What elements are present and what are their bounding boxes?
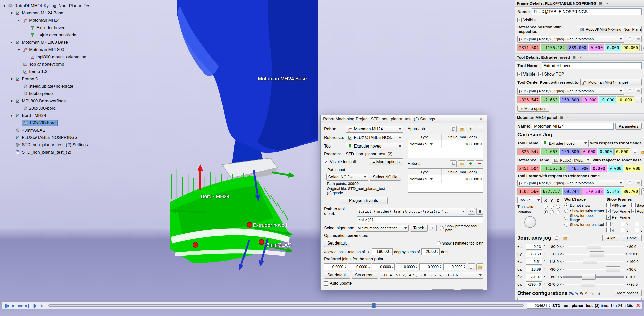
tree-item[interactable]: +3mmGLAS (2, 127, 94, 134)
pose-value-p[interactable]: 0.000 (598, 148, 613, 155)
tree-item[interactable]: 200x300-bord (2, 105, 94, 112)
preferred-joint-spinbox[interactable]: 0.0000▲▼ (372, 263, 395, 270)
algorithm-dropdown[interactable]: Minimum tool orientation change (356, 225, 409, 232)
tool-name-input[interactable] (542, 62, 642, 69)
workspace-radio[interactable]: Show for current tool (564, 222, 604, 227)
show-frame-checkbox[interactable]: Tool Frame (606, 209, 630, 214)
folder-joints-icon[interactable] (562, 235, 569, 241)
float-panel-icon[interactable]: ▣ (598, 1, 603, 5)
copy-pose-icon[interactable] (626, 36, 633, 42)
joint-value-input[interactable]: -0.23 (526, 244, 542, 250)
preferred-joint-spinbox[interactable]: 0.0000▲▼ (443, 263, 466, 270)
frame-number-checkbox[interactable]: 1 (606, 221, 621, 227)
translation-z-radio[interactable] (556, 205, 560, 209)
tree-item[interactable]: 150x300-bord (2, 119, 94, 127)
pose-value-w[interactable]: 0.000 (581, 96, 598, 103)
tool-more-options-button[interactable]: + More options (517, 105, 549, 112)
select-nc-file-button[interactable]: Select NC file (370, 174, 401, 181)
menu-pose-icon[interactable] (635, 36, 642, 42)
pose-value-y[interactable]: -1156.182 (541, 165, 567, 172)
tree-item[interactable]: steelaluplate+holeplate (2, 83, 94, 90)
paste-retract-icon[interactable] (458, 160, 465, 167)
list-icon[interactable] (476, 208, 483, 215)
close-panel-icon[interactable]: × (579, 55, 583, 59)
tool-visible-checkbox[interactable] (517, 72, 522, 76)
pose-value-w[interactable]: 0.000 (591, 165, 607, 172)
tree-item[interactable]: Extruder hoved (2, 24, 94, 31)
nc-file-dropdown[interactable]: Select NC file (326, 174, 368, 181)
frame-number-checkbox[interactable]: 6 (635, 228, 644, 233)
pose-value-r[interactable]: 90.000 (624, 165, 642, 172)
tree-item[interactable]: ▼MPL800-Bordoverflade (2, 97, 94, 105)
parameters-button[interactable]: Parameters (615, 123, 642, 130)
pose-value-y[interactable]: -2.663 (541, 148, 559, 155)
path-offset-dropdown[interactable]: Script (mm,deg) transl(x,y,z)*rotz(rz)*.… (357, 208, 466, 215)
dialog-close-icon[interactable]: × (478, 116, 484, 122)
joint-slider[interactable] (563, 244, 624, 249)
play-icon[interactable]: ▶ (10, 303, 17, 309)
pose-value-z[interactable]: 159.800 (560, 148, 581, 155)
set-default-joints-button[interactable]: Set default (324, 272, 350, 279)
tree-item[interactable]: STD_non_planar_test_(2) (2, 149, 94, 156)
auto-update-checkbox[interactable] (324, 281, 328, 286)
copy-joints-icon[interactable] (468, 263, 475, 270)
pose-value-y[interactable]: -2.663 (541, 96, 559, 103)
tree-item[interactable]: frame 1.2 (2, 68, 94, 75)
joint-value-input[interactable]: -196.40 (526, 281, 542, 287)
float-panel-icon[interactable]: ▣ (559, 116, 564, 119)
frame-number-checkbox[interactable]: 2 (621, 221, 635, 227)
rotation-step-spinbox[interactable]: 20.00▲▼ (421, 248, 440, 255)
timeline-slider[interactable] (48, 304, 524, 307)
pose-value-x[interactable]: -326.547 (517, 148, 540, 155)
expand-arrow-icon[interactable]: ▼ (9, 41, 14, 44)
expand-arrow-icon[interactable]: ▼ (16, 48, 22, 52)
tree-item[interactable]: ▼Motoman MH24 Base (2, 9, 94, 17)
joint-slider[interactable] (563, 266, 624, 272)
jog-frame-dropdown[interactable]: Tool Frame (517, 197, 542, 203)
frame-name-input[interactable] (532, 8, 642, 15)
skip-start-icon[interactable]: ▐◀ (3, 303, 10, 309)
step-forward-icon[interactable]: ▐▶ (31, 303, 38, 309)
pose-value-r[interactable]: 0.000 (614, 148, 630, 155)
preferred-joint-spinbox[interactable]: 0.0000▲▼ (348, 263, 371, 270)
tree-item[interactable]: ▼Frame 5 (2, 75, 94, 83)
stop-simulation-icon[interactable]: × (636, 302, 640, 309)
visible-toolpath-checkbox[interactable] (324, 160, 328, 164)
expand-arrow-icon[interactable]: ▼ (9, 77, 14, 81)
simulate-button[interactable]: Simulate (461, 289, 483, 290)
remove-retract-button[interactable]: − (476, 160, 483, 167)
joint-slider[interactable] (563, 251, 624, 257)
tree-item[interactable]: STD_non_planar_test_(2) Settings (2, 141, 94, 149)
pose-options-icon[interactable] (636, 97, 642, 103)
start-joints-dropdown[interactable]: -11.4, 57.2, 4.9, 0.0, -37.6, -168.6 (380, 272, 483, 279)
frame-number-checkbox[interactable]: 3 (635, 221, 644, 227)
copy-approach-icon[interactable] (450, 126, 457, 132)
copy-joints-icon[interactable] (553, 235, 560, 241)
tree-item[interactable]: mpl800-mount_orientation (2, 53, 94, 61)
copy-retract-icon[interactable] (450, 160, 457, 167)
preferred-joint-spinbox[interactable]: 0.0000▲▼ (324, 263, 347, 270)
timeline-handle[interactable] (372, 303, 376, 308)
frame-visible-checkbox[interactable] (517, 18, 522, 22)
teach-button[interactable]: Teach (410, 225, 428, 232)
expand-arrow-icon[interactable]: ▼ (9, 114, 14, 117)
home-button[interactable]: Home (622, 235, 642, 241)
tree-item[interactable]: ▼RoboDKMH24-Kylling_Non_Planar_Test (2, 2, 94, 9)
pose-value-z[interactable]: 69.244 (563, 188, 581, 195)
skip-end-icon[interactable]: ▶▌ (24, 303, 31, 309)
frame-pose-format-dropdown[interactable]: [X,Y,Z]mm | Rot[X,Y',Z'']deg - Fanuc/Mot… (517, 36, 624, 43)
update-button[interactable]: Update (432, 289, 455, 290)
tree-item[interactable]: kobberplade (2, 90, 94, 97)
align-button[interactable]: Align (602, 235, 620, 241)
frame-number-checkbox[interactable]: 5 (621, 228, 635, 233)
joint-value-input[interactable]: 18.89 (526, 266, 542, 272)
expand-arrow-icon[interactable]: ▼ (9, 99, 14, 103)
pose-value-z[interactable]: 889.000 (567, 44, 588, 51)
jog-pose-format-dropdown[interactable]: [X,Y,Z]mm | Rot[X,Y',Z'']deg - Fanuc/Mot… (517, 180, 624, 187)
pose-value-x[interactable]: 1102.560 (517, 188, 540, 195)
tcp-parent-button[interactable]: Motoman MH24 (flange) (580, 79, 642, 86)
tree-item[interactable]: Top af honeycomb (2, 61, 94, 68)
pose-value-y[interactable]: -1156.182 (541, 44, 567, 51)
close-panel-icon[interactable]: × (605, 1, 610, 5)
jog-dial[interactable] (524, 216, 536, 228)
